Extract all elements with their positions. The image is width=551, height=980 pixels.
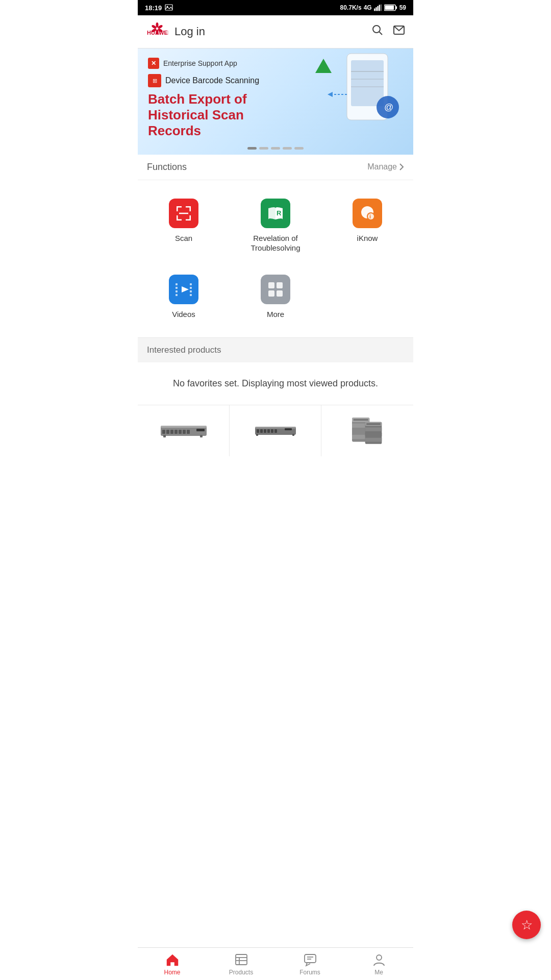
product-image-3	[342, 415, 393, 446]
svg-rect-60	[170, 430, 173, 434]
svg-point-14	[156, 30, 159, 35]
svg-rect-62	[179, 430, 182, 434]
interested-section: Interested products	[138, 337, 413, 362]
svg-rect-58	[162, 430, 165, 434]
function-scan[interactable]: Scan	[138, 190, 230, 261]
svg-marker-51	[182, 286, 189, 292]
svg-rect-69	[255, 427, 296, 429]
signal-type: 4G	[364, 4, 372, 11]
svg-rect-74	[271, 429, 273, 433]
function-empty	[321, 266, 413, 328]
videos-label: Videos	[172, 309, 195, 320]
scan-label: Scan	[175, 233, 192, 243]
more-label: More	[267, 309, 284, 320]
svg-text:R: R	[277, 209, 282, 217]
svg-rect-54	[268, 290, 274, 297]
svg-line-18	[380, 32, 383, 35]
search-button[interactable]	[371, 24, 384, 39]
function-more[interactable]: More	[230, 266, 321, 328]
svg-point-11	[156, 22, 159, 28]
mail-button[interactable]	[393, 24, 405, 39]
svg-rect-81	[354, 419, 368, 421]
svg-rect-48	[190, 287, 192, 289]
svg-rect-47	[190, 283, 192, 285]
svg-rect-32	[190, 206, 191, 211]
svg-rect-6	[380, 5, 381, 11]
svg-marker-28	[328, 92, 333, 97]
svg-rect-2	[374, 9, 375, 11]
svg-rect-8	[395, 6, 396, 9]
svg-rect-21	[351, 60, 384, 106]
status-right: 80.7K/s 4G 59	[340, 4, 406, 11]
svg-rect-3	[375, 7, 377, 11]
no-favorites-message: No favorites set. Displaying most viewed…	[138, 362, 413, 405]
revelation-icon: R	[261, 199, 290, 228]
svg-text:i: i	[369, 213, 371, 219]
function-videos[interactable]: Videos	[138, 266, 230, 328]
product-card-2[interactable]	[230, 405, 321, 456]
function-iknow[interactable]: i iKnow	[321, 190, 413, 261]
svg-rect-72	[264, 429, 266, 433]
banner-dot-2	[259, 147, 268, 150]
banner: ✕ Enterprise Support App ⊞ Device Barcod…	[138, 48, 413, 155]
product-card-3[interactable]	[321, 405, 413, 456]
svg-rect-64	[187, 430, 190, 434]
svg-rect-63	[183, 430, 186, 434]
scan-icon	[169, 199, 198, 228]
iknow-label: iKnow	[357, 233, 378, 243]
functions-title: Functions	[147, 162, 187, 173]
functions-bar: Functions Manage	[138, 155, 413, 180]
svg-rect-71	[260, 429, 263, 433]
revelation-label: Revelation of Troublesolving	[234, 233, 317, 253]
svg-rect-9	[385, 6, 394, 10]
svg-rect-30	[177, 206, 178, 211]
svg-rect-70	[257, 429, 259, 433]
status-time: 18:19	[145, 4, 162, 12]
svg-rect-44	[176, 287, 178, 289]
function-revelation[interactable]: R Revelation of Troublesolving	[230, 190, 321, 261]
function-grid-row1: Scan R Revelation of Troublesolving i iK…	[138, 180, 413, 266]
banner-headline: Batch Export of Historical Scan Records	[148, 91, 270, 139]
svg-rect-61	[174, 430, 178, 434]
svg-rect-5	[379, 5, 380, 11]
svg-rect-36	[190, 215, 191, 220]
svg-rect-89	[365, 432, 382, 436]
products-row	[138, 405, 413, 456]
app-header: HUAWEI Log in	[138, 15, 413, 48]
videos-icon	[169, 275, 198, 304]
header-actions	[371, 24, 405, 39]
status-bar: 18:19 80.7K/s 4G 59	[138, 0, 413, 15]
svg-rect-67	[200, 435, 203, 437]
svg-text:@: @	[384, 102, 393, 112]
svg-rect-46	[176, 294, 178, 296]
more-icon	[261, 275, 290, 304]
svg-rect-52	[268, 282, 274, 288]
network-speed: 80.7K/s	[340, 4, 362, 11]
svg-rect-49	[190, 290, 192, 292]
svg-rect-50	[190, 294, 192, 296]
login-title[interactable]: Log in	[174, 25, 371, 38]
product-image-1	[158, 415, 209, 446]
banner-app-icon: ✕	[148, 58, 159, 69]
huawei-logo: HUAWEI	[146, 20, 168, 43]
svg-rect-55	[277, 290, 283, 297]
product-image-2	[250, 415, 301, 446]
manage-link[interactable]: Manage	[367, 162, 404, 172]
svg-rect-59	[166, 430, 169, 434]
svg-rect-73	[267, 429, 270, 433]
banner-dot-4	[283, 147, 292, 150]
product-card-1[interactable]	[138, 405, 230, 456]
svg-rect-43	[176, 283, 178, 285]
banner-dot-1	[247, 147, 257, 150]
svg-rect-45	[176, 290, 178, 292]
svg-rect-77	[256, 434, 258, 436]
svg-rect-66	[163, 435, 166, 437]
banner-phone-visual: @	[311, 48, 413, 130]
svg-rect-65	[196, 429, 205, 431]
banner-device-icon: ⊞	[148, 74, 161, 87]
signal-bars-icon	[374, 4, 382, 11]
battery-level: 59	[399, 4, 406, 11]
svg-rect-53	[277, 282, 283, 288]
svg-rect-57	[161, 426, 207, 428]
banner-dot-5	[294, 147, 304, 150]
